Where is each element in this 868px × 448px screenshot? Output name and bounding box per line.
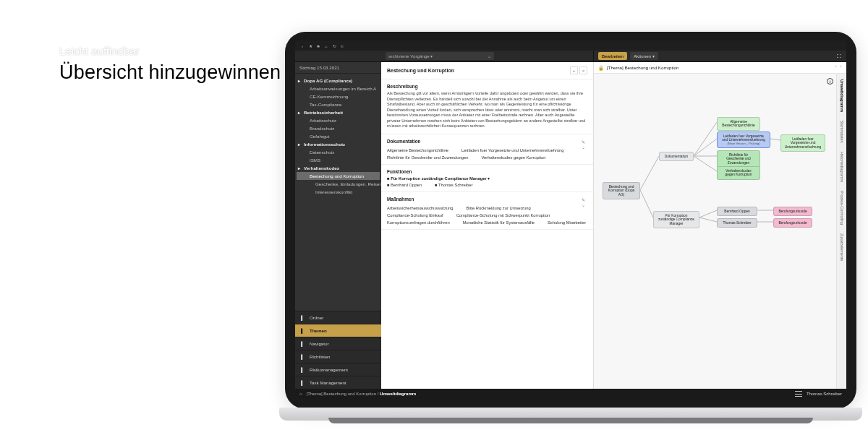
- tree-item[interactable]: Datenschutz: [297, 148, 380, 156]
- chevron-down-icon[interactable]: ˅: [840, 65, 842, 70]
- list-item[interactable]: Bitte Rückmeldung zur Umsetzung: [467, 206, 531, 210]
- edit-icon[interactable]: ✎ ⌄: [582, 139, 587, 145]
- diagram-node-n_rich[interactable]: Richtlinie für Geschenke und Zuwendungen: [717, 150, 760, 168]
- diagram-edges: [594, 74, 837, 399]
- tree-item[interactable]: Arbeitsanweisungen im Bereich A: [297, 85, 380, 92]
- section-beschreibung: Beschreibung Als Bestechung gilt vor all…: [381, 79, 593, 134]
- tree-item[interactable]: ISMS: [297, 156, 380, 164]
- diagram-node-n_vk[interactable]: Verhaltenskodex gegen Korruption: [717, 166, 760, 180]
- list-item[interactable]: Compliance-Schulung mit Schwerpunkt Korr…: [456, 213, 550, 217]
- diagram-node-mgr[interactable]: Für Korruption zuständige Compliance Man…: [653, 211, 699, 228]
- diagram-node-dok[interactable]: Dokumentation: [659, 152, 694, 161]
- tree-item[interactable]: Informationsschutz: [297, 140, 380, 148]
- page-title: Bestechung und Korruption: [387, 68, 454, 73]
- section-heading: Funktionen: [387, 169, 587, 174]
- star-icon[interactable]: ★: [307, 43, 313, 48]
- back-icon[interactable]: ‹: [299, 43, 305, 48]
- menu-icon[interactable]: [795, 391, 802, 397]
- diagram-node-n_leit[interactable]: Leitfaden fuer Vorgesetzte und Unternehm…: [717, 132, 770, 148]
- section-heading: Maßnahmen: [387, 197, 414, 202]
- section-funktionen: Funktionen ■ Für Korruption zuständige C…: [381, 165, 593, 192]
- diagram-panel: 🔒 [Thema] Bestechung und Korruption ˄ ˅ …: [593, 62, 846, 389]
- diagram-node-n_leit2[interactable]: Leitfaden fuer Vorgesetzte und Unternehm…: [780, 134, 825, 152]
- lock-icon: 🔒: [598, 65, 604, 71]
- section-heading: Dokumentation: [387, 139, 421, 144]
- close-button[interactable]: ×: [579, 66, 587, 74]
- tree-item[interactable]: Interessenskonflikt: [297, 188, 380, 196]
- diagram-node-n_allg[interactable]: Allgemeine Bestechungsrichtlinie: [717, 117, 760, 131]
- right-tabs: UmweltdiagrammStammdatenHistoriediagramm…: [836, 74, 846, 389]
- tree-item[interactable]: Geschenke, Einladungen, Reisen: [297, 180, 380, 188]
- tree: Dopa AG (Compliance)Arbeitsanweisungen i…: [295, 74, 381, 311]
- tree-item[interactable]: CE-Kennzeichnung: [297, 92, 380, 100]
- date-row: Stichtag 15.03.2021: [295, 62, 381, 74]
- list-item[interactable]: Richtlinie für Geschenke und Zuwendungen: [387, 155, 468, 160]
- sidebar-nav-risikomanagement[interactable]: ▌Risikomanagement: [295, 363, 381, 376]
- org-icon[interactable]: ♣: [315, 43, 321, 48]
- diagram-node-p2[interactable]: Thomas Schreiber: [717, 218, 757, 228]
- actions-dropdown[interactable]: Aktionen ▾: [630, 52, 658, 60]
- diagram-title: [Thema] Bestechung und Korruption: [607, 65, 678, 70]
- sidebar-nav-task[interactable]: ▌Task Management: [295, 376, 381, 389]
- search-label: archivierte Vorgänge ▾: [388, 53, 433, 59]
- user-label: Thomas Schreiber: [807, 392, 842, 396]
- sidebar-nav-themen[interactable]: ▌Themen: [295, 324, 381, 337]
- section-dokumentation: Dokumentation✎ ⌄ Allgemeine Bestechungsr…: [381, 134, 593, 165]
- diagram-node-root[interactable]: Bestechung und Korruption (Dopa AG): [603, 182, 640, 199]
- breadcrumb[interactable]: [Thema] Bestechung und Korruption / Umwe…: [307, 392, 416, 396]
- section-heading: Beschreibung: [387, 84, 587, 89]
- diagram-node-p1[interactable]: Bernhard Oppen: [717, 207, 757, 216]
- tree-item[interactable]: Arbeitsschutz: [297, 116, 380, 124]
- right-tab[interactable]: Stammdaten: [840, 119, 844, 145]
- section-massnahmen: Maßnahmen✎ ⌄ Arbeitssicherheitsausschuss…: [381, 192, 593, 230]
- app-screen: ‹ ★ ♣ ⌕ ↻ ⎋ archivierte Vorgänge ▾ ⌕: [295, 40, 846, 399]
- section-body: Als Bestechung gilt vor allem, wenn Amts…: [387, 91, 587, 129]
- right-tab[interactable]: Prozess-Controlling: [840, 189, 844, 226]
- list-item[interactable]: Allgemeine Bestechungsrichtlinie: [387, 148, 448, 152]
- list-item[interactable]: Monatliche Statistik für Systemausfälle: [463, 220, 535, 225]
- toolbar: archivierte Vorgänge ▾ ⌕ Bearbeiten Akti…: [295, 51, 846, 62]
- tree-item[interactable]: Bestechung und Korruption: [297, 172, 380, 180]
- list-item[interactable]: Compliance-Schulung Einkauf: [387, 213, 443, 217]
- laptop-mockup: ‹ ★ ♣ ⌕ ↻ ⎋ archivierte Vorgänge ▾ ⌕: [285, 32, 856, 436]
- list-item[interactable]: Leitfaden fuer Vorgesetzte und Unternehm…: [461, 148, 563, 152]
- home-icon[interactable]: ⌂: [299, 392, 302, 396]
- fullscreen-icon[interactable]: ⛶: [836, 53, 842, 59]
- list-item[interactable]: ■ Thomas Schreiber: [435, 183, 472, 187]
- refresh-icon[interactable]: ↻: [331, 43, 337, 48]
- list-item[interactable]: Schulung Mitarbeiter: [548, 220, 586, 225]
- sidebar-nav-ordner[interactable]: ▌Ordner: [295, 311, 381, 324]
- statusbar: ⌂ [Thema] Bestechung und Korruption / Um…: [295, 389, 846, 399]
- diagram-node-b1[interactable]: Berufungsurkunde: [773, 207, 812, 216]
- tree-item[interactable]: Gefahrgut: [297, 132, 380, 140]
- role-label: Für Korruption zuständige Compliance Man…: [391, 176, 487, 181]
- tree-item[interactable]: Brandschutz: [297, 124, 380, 132]
- right-tab[interactable]: Historiediagramm: [840, 150, 844, 184]
- info-icon[interactable]: i: [827, 78, 833, 85]
- search-icon[interactable]: ⌕: [323, 43, 329, 48]
- tree-item[interactable]: Dopa AG (Compliance): [297, 77, 380, 85]
- right-tab[interactable]: Zusatzelemente: [840, 232, 844, 262]
- sidebar-nav-richtlinien[interactable]: ▌Richtlinien: [295, 350, 381, 363]
- search-dropdown[interactable]: archivierte Vorgänge ▾ ⌕: [386, 52, 494, 60]
- titlebar: ‹ ★ ♣ ⌕ ↻ ⎋: [295, 40, 846, 51]
- chevron-up-icon[interactable]: ˄: [835, 65, 837, 70]
- collapse-button[interactable]: «: [570, 66, 578, 74]
- list-item[interactable]: ■ Bernhard Oppen: [387, 183, 422, 187]
- document-panel: Bestechung und Korruption « × Beschreibu…: [381, 62, 593, 389]
- edit-icon[interactable]: ✎ ⌄: [582, 197, 587, 203]
- right-tab[interactable]: Umweltdiagramm: [840, 78, 844, 113]
- search-icon: ⌕: [488, 53, 491, 59]
- list-item[interactable]: Verhaltenskodex gegen Korruption: [481, 155, 545, 160]
- list-item[interactable]: Arbeitssicherheitsausschusssitzung: [387, 206, 454, 210]
- sidebar-nav: ▌Ordner▌Themen▌Navigator▌Richtlinien▌Ris…: [295, 311, 381, 389]
- diagram-node-b2[interactable]: Berufungsurkunde: [773, 218, 812, 228]
- tree-item[interactable]: Verhaltenskodex: [297, 164, 380, 172]
- tree-item[interactable]: Tax-Compliance: [297, 100, 380, 108]
- sidebar-nav-navigator[interactable]: ▌Navigator: [295, 337, 381, 350]
- sidebar: Stichtag 15.03.2021 Dopa AG (Compliance)…: [295, 62, 381, 389]
- edit-button[interactable]: Bearbeiten: [598, 52, 627, 60]
- tree-item[interactable]: Betriebssicherheit: [297, 108, 380, 116]
- list-item[interactable]: Korruptionsumfragen durchführen: [387, 220, 450, 225]
- logout-icon[interactable]: ⎋: [339, 43, 345, 48]
